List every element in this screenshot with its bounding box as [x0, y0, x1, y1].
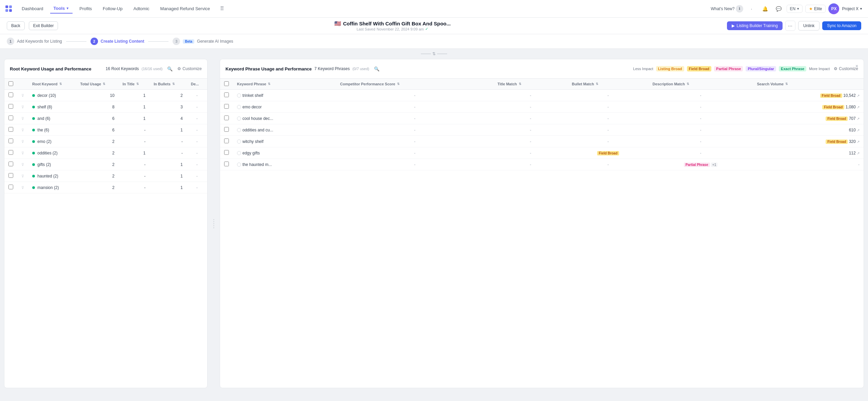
- row-checkbox[interactable]: [8, 104, 13, 109]
- row-checkbox[interactable]: [8, 139, 13, 143]
- user-name[interactable]: Project X ▼: [842, 6, 863, 11]
- right-search-button[interactable]: 🔍: [372, 64, 381, 73]
- step-3-circle: 3: [173, 38, 180, 45]
- radio-button[interactable]: [237, 117, 241, 121]
- step-1[interactable]: 1 Add Keywords for Listing: [7, 38, 62, 45]
- competitor-cell: -: [336, 159, 493, 170]
- match-tag: Field Broad: [826, 117, 848, 121]
- exit-builder-button[interactable]: Exit Builder: [29, 21, 58, 30]
- row-checkbox-right[interactable]: [224, 127, 229, 132]
- radio-button[interactable]: [237, 140, 241, 144]
- divider-handle[interactable]: ⇅: [0, 49, 868, 59]
- star-icon: ★: [809, 6, 813, 11]
- step-1-label: Add Keywords for Listing: [17, 39, 62, 44]
- top-navigation: Dashboard Tools ▼ Profits Follow-Up Adto…: [0, 0, 868, 18]
- back-button[interactable]: Back: [7, 21, 25, 30]
- panel-splitter[interactable]: [212, 59, 216, 388]
- in-title-cell: -: [119, 182, 150, 193]
- radio-button[interactable]: [237, 105, 241, 109]
- sort-icon[interactable]: ⇅: [59, 82, 62, 86]
- avatar[interactable]: PX: [828, 3, 839, 14]
- filter-icon[interactable]: ⊽: [21, 174, 24, 178]
- row-checkbox-right[interactable]: [224, 150, 229, 155]
- filter-icon[interactable]: ⊽: [21, 186, 24, 190]
- flag-icon: 🇺🇸: [334, 20, 341, 27]
- table-row: ⊽ emo (2) 2 - - -: [4, 136, 207, 147]
- sync-button[interactable]: Sync to Amazon: [822, 21, 861, 30]
- sort-icon-desc-match[interactable]: ⇅: [687, 82, 689, 86]
- search-button[interactable]: 🔍: [165, 64, 175, 73]
- row-checkbox-right[interactable]: [224, 92, 229, 97]
- elite-button[interactable]: ★ Elite: [805, 5, 826, 13]
- title-match-cell: -: [493, 90, 568, 101]
- phrase-cell: cool house dec...: [233, 113, 336, 124]
- row-checkbox[interactable]: [8, 185, 13, 189]
- filter-icon[interactable]: ⊽: [21, 140, 24, 144]
- filter-icon[interactable]: ⊽: [21, 128, 24, 132]
- row-checkbox-right[interactable]: [224, 162, 229, 166]
- radio-button[interactable]: [237, 128, 241, 132]
- nav-managed-refund[interactable]: Managed Refund Service: [156, 4, 214, 13]
- unlink-button[interactable]: Unlink: [798, 21, 820, 30]
- chat-icon[interactable]: 💬: [773, 3, 784, 14]
- drag-icon[interactable]: ⠿: [217, 3, 228, 14]
- sort-icon-phrase[interactable]: ⇅: [268, 82, 271, 86]
- training-button[interactable]: ▶ Listing Builder Training: [727, 21, 783, 30]
- select-all-right[interactable]: [224, 81, 229, 86]
- sort-icon-bullets[interactable]: ⇅: [172, 82, 175, 86]
- nav-adtomic[interactable]: Adtomic: [130, 4, 154, 13]
- steps-bar: 1 Add Keywords for Listing 2 Create List…: [0, 34, 868, 49]
- nav-followup[interactable]: Follow-Up: [99, 4, 127, 13]
- filter-icon[interactable]: ⊽: [21, 163, 24, 167]
- nav-tools[interactable]: Tools ▼: [50, 4, 73, 14]
- in-title-cell: 1: [119, 113, 150, 124]
- radio-button[interactable]: [237, 93, 241, 98]
- beta-badge: Beta: [183, 39, 194, 44]
- bullet-match-tag: Field Broad: [597, 151, 619, 155]
- row-checkbox-right[interactable]: [224, 139, 229, 143]
- row-checkbox[interactable]: [8, 162, 13, 166]
- in-bullets-cell: 1: [150, 124, 187, 136]
- customize-button[interactable]: ⚙ Customize: [177, 66, 202, 71]
- sort-icon-competitor[interactable]: ⇅: [397, 82, 400, 86]
- row-checkbox[interactable]: [8, 127, 13, 132]
- row-checkbox[interactable]: [8, 115, 13, 120]
- sort-icon-total[interactable]: ⇅: [103, 82, 105, 86]
- notification-icon[interactable]: 🔔: [760, 3, 770, 14]
- step-3[interactable]: 3 Beta Generate AI Images: [173, 38, 233, 45]
- sort-icon-search-vol[interactable]: ⇅: [785, 82, 788, 86]
- sort-icon-title-match[interactable]: ⇅: [519, 82, 521, 86]
- language-selector[interactable]: EN ▼: [787, 5, 803, 13]
- nav-profits[interactable]: Profits: [75, 4, 96, 13]
- filter-icon[interactable]: ⊽: [21, 151, 24, 155]
- whats-new-button[interactable]: What's New? ℹ: [711, 5, 743, 13]
- row-checkbox[interactable]: [8, 150, 13, 155]
- step-2[interactable]: 2 Create Listing Content: [91, 38, 144, 45]
- filter-icon[interactable]: ⊽: [21, 105, 24, 109]
- filter-icon[interactable]: ⊽: [21, 117, 24, 121]
- bullet-match-cell: -: [568, 101, 648, 113]
- step-2-label: Create Listing Content: [101, 39, 144, 44]
- kw-name: mansion (2): [37, 185, 59, 190]
- search-vol-value: 1,080: [846, 105, 856, 109]
- close-panel-button[interactable]: ×: [853, 63, 860, 69]
- filter-icon[interactable]: ⊽: [21, 93, 24, 98]
- logo[interactable]: [5, 5, 12, 12]
- kw-name-cell: oddities (2): [28, 147, 76, 159]
- select-all-left[interactable]: [8, 81, 13, 86]
- row-checkbox-right[interactable]: [224, 115, 229, 120]
- panels-row: Root Keyword Usage and Performance 16 Ro…: [0, 59, 868, 392]
- radio-button[interactable]: [237, 163, 241, 167]
- row-checkbox[interactable]: [8, 92, 13, 97]
- sort-icon-bullet-match[interactable]: ⇅: [596, 82, 598, 86]
- table-row: ⊽ decor (10) 10 1 2 -: [4, 90, 207, 101]
- bullet-match-cell: -: [568, 113, 648, 124]
- gear-icon: ⚙: [177, 66, 181, 71]
- row-checkbox-right[interactable]: [224, 104, 229, 109]
- row-checkbox[interactable]: [8, 173, 13, 178]
- sort-icon-title[interactable]: ⇅: [136, 82, 139, 86]
- more-options-button[interactable]: ⋯: [785, 21, 795, 31]
- nav-dashboard[interactable]: Dashboard: [18, 4, 47, 13]
- partial-phrase-tag: Partial Phrase: [714, 66, 743, 71]
- radio-button[interactable]: [237, 151, 241, 155]
